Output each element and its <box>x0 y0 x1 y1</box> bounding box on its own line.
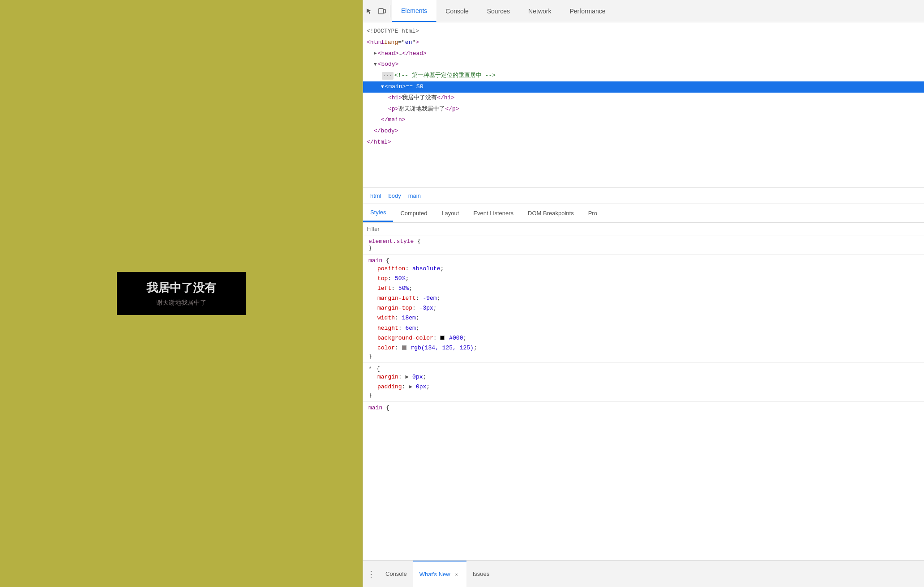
breadcrumb-body[interactable]: body <box>387 191 403 200</box>
html-line-h1[interactable]: <h1>我居中了没有</h1> <box>363 93 924 104</box>
color-swatch-bg[interactable] <box>440 336 445 340</box>
subtab-computed[interactable]: Computed <box>393 204 434 222</box>
html-line-main-close[interactable]: </main> <box>363 115 924 126</box>
html-line-body-close[interactable]: </body> <box>363 126 924 137</box>
html-line-main[interactable]: ▼ <main> == $0 <box>363 81 924 93</box>
close-whatsnew-button[interactable]: × <box>453 571 460 578</box>
subtab-dom-breakpoints[interactable]: DOM Breakpoints <box>521 204 581 222</box>
html-line-head[interactable]: ▶ <head>…</head> <box>363 48 924 60</box>
css-prop-color: color: rgb(134, 125, 125); <box>368 343 919 353</box>
css-prop-top: top: 50%; <box>368 274 919 284</box>
bottom-tab-whatsnew-label: What's New <box>419 571 450 578</box>
bottom-drawer: ⋮ Console What's New × Issues <box>363 560 924 587</box>
svg-rect-0 <box>379 9 383 14</box>
bottom-tab-console-label: Console <box>385 570 407 577</box>
toolbar-divider <box>390 5 390 17</box>
css-rule-main: main { position: absolute; top: 50%; lef… <box>363 255 924 363</box>
html-line-p[interactable]: <p>谢天谢地我居中了</p> <box>363 104 924 115</box>
css-prop-height: height: 6em; <box>368 323 919 333</box>
html-line-body[interactable]: ▼ <body> <box>363 59 924 70</box>
expand-padding[interactable]: ▶ <box>409 383 412 390</box>
cursor-icon[interactable] <box>363 5 376 17</box>
bottom-tab-console[interactable]: Console <box>379 561 413 587</box>
css-rule-main-partial: main { <box>363 402 924 414</box>
tab-sources[interactable]: Sources <box>478 0 519 22</box>
html-tree-panel: <!DOCTYPE html> <html lang="en"> ▶ <head… <box>363 22 924 188</box>
filter-input[interactable] <box>367 225 920 232</box>
svg-rect-1 <box>384 9 385 13</box>
device-icon[interactable] <box>376 5 388 17</box>
sub-tabs: Styles Computed Layout Event Listeners D… <box>363 204 924 223</box>
breadcrumb-main[interactable]: main <box>406 191 423 200</box>
css-prop-margin-left: margin-left: -9em; <box>368 294 919 303</box>
centered-heading: 我居中了没有 <box>146 280 216 296</box>
css-prop-padding: padding: ▶ 0px; <box>368 382 919 392</box>
css-prop-margin-top: margin-top: -3px; <box>368 303 919 313</box>
css-rule-star: * { margin: ▶ 0px; padding: ▶ 0px; } <box>363 363 924 402</box>
styles-panel: element.style { } main { position: absol… <box>363 223 924 560</box>
css-selector-main[interactable]: main <box>368 257 382 264</box>
html-line-doctype[interactable]: <!DOCTYPE html> <box>363 26 924 37</box>
css-prop-bg-color: background-color: #000; <box>368 333 919 343</box>
color-swatch-text[interactable] <box>402 345 406 350</box>
breadcrumb: html body main <box>363 188 924 204</box>
devtools-pane: Elements Console Sources Network Perform… <box>363 0 924 587</box>
more-options-button[interactable]: ⋮ <box>365 568 377 580</box>
bottom-tab-issues-label: Issues <box>473 570 490 577</box>
tab-console[interactable]: Console <box>436 0 478 22</box>
html-line-comment[interactable]: ··· <!-- 第一种基于定位的垂直居中 --> <box>363 70 924 81</box>
centered-box: 我居中了没有 谢天谢地我居中了 <box>117 272 246 315</box>
subtab-pro[interactable]: Pro <box>581 204 604 222</box>
css-prop-position: position: absolute; <box>368 264 919 274</box>
bottom-tab-issues[interactable]: Issues <box>466 561 496 587</box>
css-selector-main2[interactable]: main <box>368 404 386 411</box>
breadcrumb-html[interactable]: html <box>368 191 383 200</box>
expand-margin[interactable]: ▶ <box>405 374 409 380</box>
css-prop-width: width: 18em; <box>368 313 919 323</box>
html-line-html-close[interactable]: </html> <box>363 137 924 148</box>
devtools-main-tabs: Elements Console Sources Network Perform… <box>363 0 924 22</box>
css-selector[interactable]: element.style <box>368 238 414 245</box>
css-prop-margin: margin: ▶ 0px; <box>368 372 919 382</box>
html-line-html[interactable]: <html lang="en"> <box>363 37 924 48</box>
centered-subtext: 谢天谢地我居中了 <box>156 298 206 307</box>
bottom-tabs: ⋮ Console What's New × Issues <box>363 561 496 587</box>
bottom-tab-whatsnew[interactable]: What's New × <box>413 561 466 587</box>
subtab-styles[interactable]: Styles <box>363 204 393 222</box>
subtab-event-listeners[interactable]: Event Listeners <box>466 204 521 222</box>
css-rule-element-style: element.style { } <box>363 235 924 255</box>
tab-elements[interactable]: Elements <box>392 0 436 22</box>
subtab-layout[interactable]: Layout <box>434 204 466 222</box>
filter-bar <box>363 223 924 235</box>
tab-performance[interactable]: Performance <box>560 0 615 22</box>
css-prop-left: left: 50%; <box>368 284 919 294</box>
preview-pane: 我居中了没有 谢天谢地我居中了 <box>0 0 363 587</box>
tab-network[interactable]: Network <box>519 0 560 22</box>
